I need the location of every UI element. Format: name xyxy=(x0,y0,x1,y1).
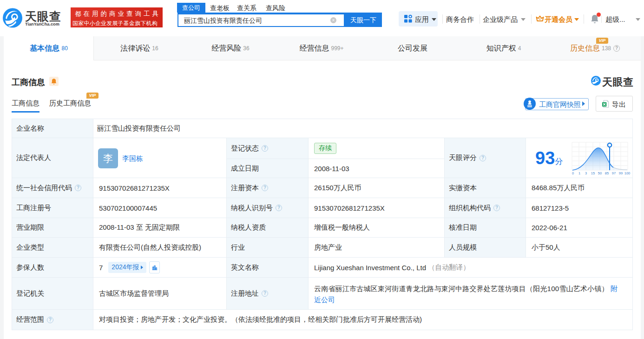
svg-text:97: 97 xyxy=(612,171,616,175)
svg-text:15: 15 xyxy=(591,171,595,175)
svg-text:50: 50 xyxy=(598,171,602,175)
svg-text:0: 0 xyxy=(572,171,574,175)
svg-text:100: 100 xyxy=(624,171,631,175)
svg-text:85: 85 xyxy=(605,171,609,175)
svg-text:99: 99 xyxy=(619,171,623,175)
svg-text:1: 1 xyxy=(578,171,580,175)
svg-text:3: 3 xyxy=(585,171,587,175)
